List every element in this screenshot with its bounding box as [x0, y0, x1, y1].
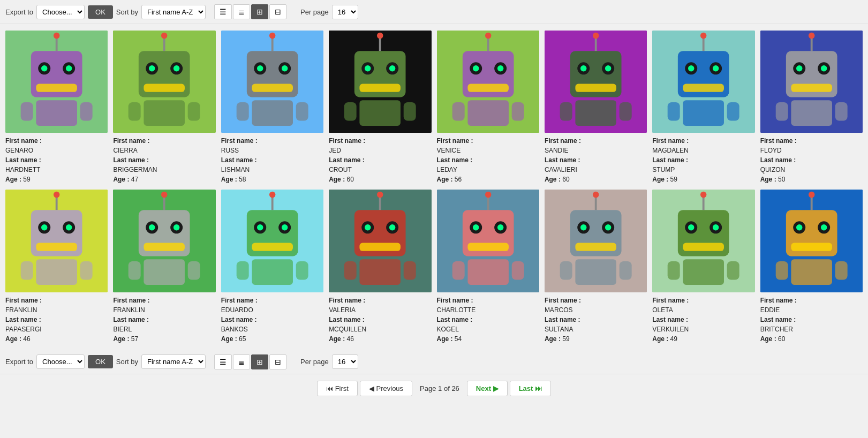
card-item[interactable]: First name : GENARO Last name : HARDNETT…	[5, 31, 108, 184]
view-list2-top[interactable]: ≣	[233, 4, 250, 19]
first-name-label: First name :	[437, 137, 473, 145]
view-list2-bottom[interactable]: ≣	[233, 354, 250, 369]
card-image	[329, 190, 431, 292]
svg-point-38	[377, 33, 383, 39]
age-label: Age :	[5, 176, 21, 183]
svg-rect-166	[560, 261, 572, 280]
ok-button-top[interactable]: OK	[88, 5, 113, 19]
card-item[interactable]: First name : OLETA Last name : VERKUILEN…	[652, 190, 754, 343]
svg-rect-152	[467, 243, 509, 251]
card-item[interactable]: First name : MAGDALEN Last name : STUMP …	[652, 31, 754, 184]
svg-point-55	[497, 65, 503, 71]
view-grid2-top[interactable]: ⊟	[269, 4, 286, 19]
export-select[interactable]: Choose...	[36, 5, 85, 19]
view-list1-top[interactable]: ☰	[214, 4, 232, 19]
card-image	[5, 31, 108, 133]
view-buttons-top: ☰ ≣ ⊞ ⊟	[214, 4, 286, 19]
first-name-value: JED	[329, 147, 341, 154]
age-label: Age :	[437, 335, 453, 343]
svg-rect-93	[791, 100, 832, 126]
age-value: 59	[23, 176, 30, 183]
card-image	[5, 190, 108, 292]
svg-rect-190	[775, 261, 788, 280]
svg-point-151	[497, 224, 503, 230]
first-name-value: FLOYD	[760, 147, 782, 154]
card-item[interactable]: First name : SANDIE Last name : CAVALIER…	[545, 31, 647, 184]
last-button[interactable]: Last ⏭	[510, 381, 551, 396]
svg-point-30	[257, 65, 263, 71]
card-item[interactable]: First name : JED Last name : CROUT Age :…	[329, 31, 431, 184]
card-info: First name : JED Last name : CROUT Age :…	[329, 136, 431, 184]
card-item[interactable]: First name : VALERIA Last name : MCQUILL…	[329, 190, 431, 343]
svg-rect-178	[668, 261, 680, 280]
per-page-select-bottom[interactable]: 16	[332, 354, 358, 369]
svg-point-139	[389, 224, 395, 230]
age-value: 60	[778, 335, 785, 343]
card-item[interactable]: First name : FRANKLIN Last name : BIERL …	[113, 190, 215, 343]
first-name-label: First name :	[113, 297, 149, 304]
pagination: ⏮ First ◀ Previous Page 1 of 26 Next ▶ L…	[0, 374, 868, 403]
view-buttons-bottom: ☰ ≣ ⊞ ⊟	[214, 354, 286, 369]
ok-button-bottom[interactable]: OK	[88, 355, 113, 368]
svg-rect-105	[36, 260, 77, 285]
card-item[interactable]: First name : CIERRA Last name : BRIGGERM…	[113, 31, 215, 184]
age-value: 56	[455, 176, 462, 183]
first-name-label: First name :	[760, 137, 797, 145]
sort-select-top[interactable]: First name A-Z	[141, 5, 206, 19]
card-item[interactable]: First name : FRANKLIN Last name : PAPASE…	[5, 190, 108, 343]
card-image	[113, 31, 215, 133]
card-item[interactable]: First name : EDUARDO Last name : BANKOS …	[221, 190, 323, 343]
svg-rect-142	[344, 261, 357, 280]
last-name-label: Last name :	[545, 156, 580, 164]
first-name-value: RUSS	[221, 147, 239, 154]
card-item[interactable]: First name : EDDIE Last name : BRITCHER …	[760, 190, 863, 343]
sort-label-bottom: Sort by	[116, 358, 138, 366]
svg-rect-45	[360, 100, 401, 126]
svg-rect-56	[467, 84, 509, 92]
card-info: First name : CIERRA Last name : BRIGGERM…	[113, 136, 215, 184]
age-label: Age :	[221, 335, 237, 343]
svg-rect-129	[252, 260, 293, 285]
svg-rect-9	[36, 100, 77, 126]
svg-rect-94	[775, 102, 788, 120]
view-grid4-top[interactable]: ⊞	[251, 4, 268, 19]
age-label: Age :	[652, 176, 668, 183]
svg-point-122	[269, 192, 275, 198]
first-button[interactable]: ⏮ First	[317, 381, 358, 396]
card-image	[221, 31, 323, 133]
age-value: 58	[239, 176, 246, 183]
view-grid2-bottom[interactable]: ⊟	[269, 354, 286, 369]
svg-point-79	[713, 65, 719, 71]
svg-point-7	[66, 65, 72, 71]
svg-rect-176	[683, 243, 724, 251]
last-name-label: Last name :	[329, 316, 365, 323]
view-list1-bottom[interactable]: ☰	[214, 354, 232, 369]
card-item[interactable]: First name : FLOYD Last name : QUIZON Ag…	[760, 31, 863, 184]
last-name-value: KOGEL	[437, 326, 459, 333]
svg-point-186	[796, 224, 802, 230]
first-name-value: VENICE	[437, 147, 461, 154]
view-grid4-bottom[interactable]: ⊞	[251, 354, 268, 369]
card-item[interactable]: First name : CHARLOTTE Last name : KOGEL…	[437, 190, 539, 343]
card-item[interactable]: First name : RUSS Last name : LISHMAN Ag…	[221, 31, 323, 184]
export-select-bottom[interactable]: Choose...	[36, 354, 85, 369]
first-name-label: First name :	[437, 297, 473, 304]
age-label: Age :	[113, 335, 129, 343]
sort-select-bottom[interactable]: First name A-Z	[141, 354, 206, 369]
svg-rect-47	[404, 102, 416, 120]
card-info: First name : FLOYD Last name : QUIZON Ag…	[760, 136, 863, 184]
svg-point-138	[365, 224, 371, 230]
last-name-value: VERKUILEN	[652, 326, 689, 333]
svg-point-54	[472, 65, 478, 71]
previous-button[interactable]: ◀ Previous	[360, 381, 412, 396]
card-item[interactable]: First name : VENICE Last name : LEDAY Ag…	[437, 31, 539, 184]
export-label: Export to	[5, 8, 33, 16]
svg-point-2	[54, 33, 59, 39]
card-item[interactable]: First name : MARCOS Last name : SULTANA …	[545, 190, 647, 343]
next-button[interactable]: Next ▶	[467, 381, 508, 396]
first-name-value: FRANKLIN	[113, 306, 145, 314]
card-info: First name : GENARO Last name : HARDNETT…	[5, 136, 108, 184]
svg-rect-34	[236, 102, 248, 120]
svg-rect-116	[144, 243, 185, 251]
per-page-select-top[interactable]: 16	[332, 5, 358, 19]
